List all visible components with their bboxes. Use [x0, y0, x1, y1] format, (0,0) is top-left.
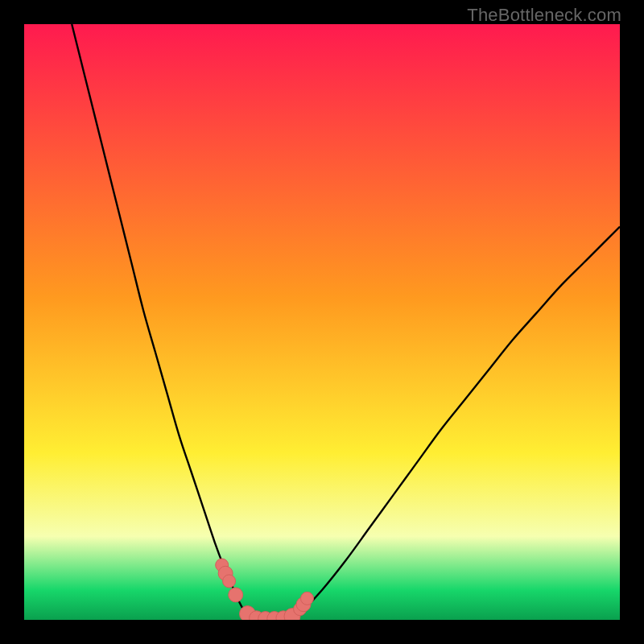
gradient-background	[24, 24, 620, 620]
chart-plot-area	[24, 24, 620, 620]
watermark-text: TheBottleneck.com	[467, 5, 621, 26]
marker-point	[223, 575, 236, 588]
chart-svg	[24, 24, 620, 620]
marker-point	[229, 588, 243, 602]
marker-point	[301, 592, 314, 605]
outer-frame: TheBottleneck.com	[0, 0, 644, 644]
